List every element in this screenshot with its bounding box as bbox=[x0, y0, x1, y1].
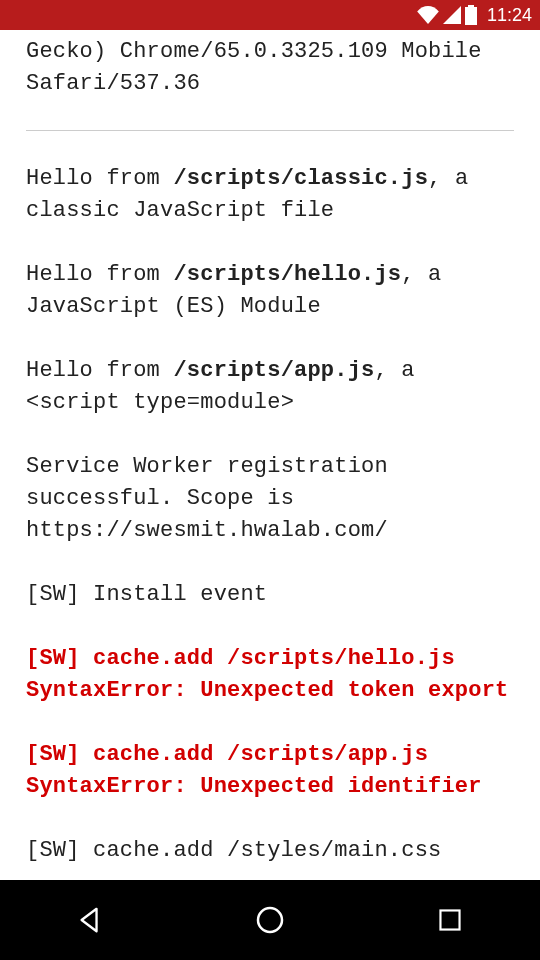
battery-icon bbox=[465, 5, 477, 25]
svg-rect-1 bbox=[468, 5, 474, 8]
log-text: Hello from bbox=[26, 166, 173, 191]
log-viewport[interactable]: Gecko) Chrome/65.0.3325.109 Mobile Safar… bbox=[0, 30, 540, 880]
user-agent-line: Gecko) Chrome/65.0.3325.109 Mobile Safar… bbox=[26, 36, 514, 100]
divider bbox=[26, 130, 514, 131]
log-entry-app: Hello from /scripts/app.js, a <script ty… bbox=[26, 355, 514, 419]
recent-apps-button[interactable] bbox=[432, 902, 468, 938]
android-status-bar: 11:24 bbox=[0, 0, 540, 30]
log-text: Hello from bbox=[26, 262, 173, 287]
home-button[interactable] bbox=[252, 902, 288, 938]
status-time: 11:24 bbox=[487, 5, 532, 26]
log-entry-hello: Hello from /scripts/hello.js, a JavaScri… bbox=[26, 259, 514, 323]
svg-rect-0 bbox=[465, 7, 477, 25]
log-entry-error-hello: [SW] cache.add /scripts/hello.js SyntaxE… bbox=[26, 643, 514, 707]
log-entry-cache-css: [SW] cache.add /styles/main.css bbox=[26, 835, 514, 867]
log-path: /scripts/classic.js bbox=[173, 166, 428, 191]
log-path: /scripts/app.js bbox=[173, 358, 374, 383]
log-entry-error-app: [SW] cache.add /scripts/app.js SyntaxErr… bbox=[26, 739, 514, 803]
cell-signal-icon bbox=[443, 6, 461, 24]
android-nav-bar bbox=[0, 880, 540, 960]
back-button[interactable] bbox=[72, 902, 108, 938]
log-entry-classic: Hello from /scripts/classic.js, a classi… bbox=[26, 163, 514, 227]
wifi-icon bbox=[417, 6, 439, 24]
log-entry-sw-register: Service Worker registration successful. … bbox=[26, 451, 514, 547]
svg-rect-3 bbox=[440, 910, 459, 929]
log-entry-sw-install: [SW] Install event bbox=[26, 579, 514, 611]
svg-point-2 bbox=[258, 908, 282, 932]
log-path: /scripts/hello.js bbox=[173, 262, 401, 287]
log-text: Hello from bbox=[26, 358, 173, 383]
